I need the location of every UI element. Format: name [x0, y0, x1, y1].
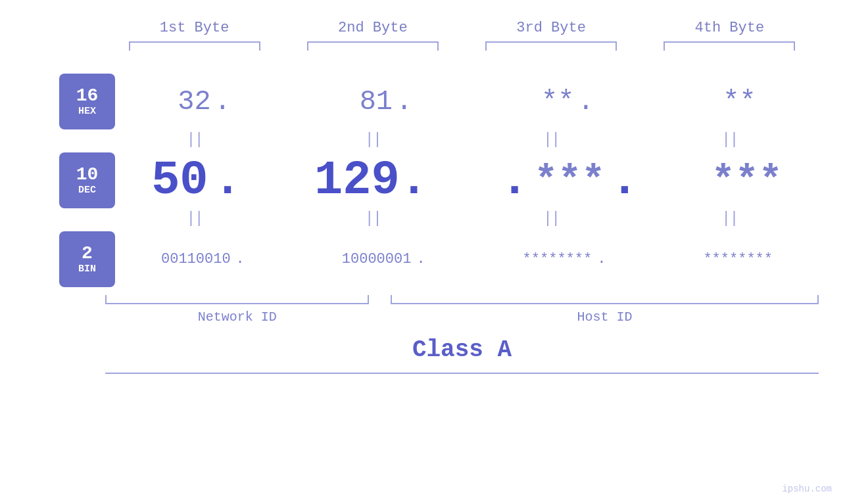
dec-b4: ***: [712, 158, 783, 203]
eq5: ||: [129, 210, 260, 227]
hex-dot3: .: [577, 86, 594, 118]
dec-b1: 50: [151, 154, 208, 208]
hex-b1: 32: [178, 86, 210, 118]
hex-badge-num: 16: [76, 86, 99, 106]
class-label: Class A: [412, 336, 512, 363]
network-bracket: [105, 295, 369, 304]
dec-dot3: .: [610, 154, 639, 208]
equals-row-2: || || || ||: [0, 208, 845, 228]
eq7: ||: [485, 210, 617, 227]
hex-dot2: .: [396, 86, 412, 118]
bin-badge-lbl: BIN: [78, 263, 96, 275]
hex-b2: 81: [360, 86, 393, 118]
bin-badge: 2 BIN: [59, 231, 115, 287]
bracket-byte1: [129, 41, 260, 51]
byte3-label: 3rd Byte: [485, 20, 617, 36]
bin-dot3: .: [597, 251, 606, 267]
hex-b4: **: [723, 86, 756, 118]
equals-row-1: || || || ||: [0, 129, 845, 149]
bin-col3: ******** .: [523, 251, 612, 267]
bin-row: 2 BIN 00110010 . 10000001 . ******** . *…: [0, 231, 845, 287]
dec-badge-lbl: DEC: [78, 185, 96, 196]
hex-badge-lbl: HEX: [78, 106, 96, 117]
dec-b3: ***: [534, 158, 605, 203]
dec-b2: 129.: [314, 154, 428, 208]
eq4: ||: [664, 131, 795, 149]
watermark: ipshu.com: [782, 484, 832, 494]
dec-badge-num: 10: [76, 165, 99, 185]
bin-b2: 10000001: [342, 251, 412, 267]
bottom-section: Network ID Host ID: [0, 295, 845, 325]
byte1-label: 1st Byte: [129, 20, 260, 36]
hex-row: 16 HEX 32 . 81 . ** . **: [0, 74, 845, 129]
dec-dot1: .: [214, 154, 242, 208]
bracket-byte2: [307, 41, 439, 51]
bin-b3: ********: [523, 251, 592, 267]
eq8: ||: [664, 210, 795, 227]
dec-col4: ***: [712, 158, 783, 203]
bin-values: 00110010 . 10000001 . ******** . *******…: [115, 251, 845, 267]
bin-b4: ********: [703, 251, 773, 267]
byte2-label: 2nd Byte: [307, 20, 439, 36]
hex-col2: 81 .: [360, 86, 416, 118]
hex-dot1: .: [214, 86, 231, 118]
hex-col3: ** .: [541, 86, 598, 118]
dec-row: 10 DEC 50 . 129. . *** . ***: [0, 152, 845, 208]
dec-badge: 10 DEC: [59, 152, 115, 208]
host-id-label: Host ID: [391, 309, 819, 325]
hex-values: 32 . 81 . ** . **: [115, 86, 845, 118]
bin-b1: 00110010: [161, 251, 231, 267]
dec-col2: 129.: [314, 154, 428, 208]
dec-col3: . *** .: [500, 154, 639, 208]
dec-values: 50 . 129. . *** . ***: [115, 154, 845, 208]
network-id-label: Network ID: [105, 309, 369, 325]
class-bar: Class A: [105, 336, 819, 374]
byte-headers: 1st Byte 2nd Byte 3rd Byte 4th Byte: [0, 20, 845, 36]
hex-col4: **: [723, 86, 756, 118]
dec-col1: 50 .: [151, 154, 242, 208]
class-section: Class A: [0, 336, 845, 374]
byte4-label: 4th Byte: [664, 20, 795, 36]
eq6: ||: [307, 210, 439, 227]
bin-badge-num: 2: [82, 244, 93, 264]
eq1: ||: [129, 131, 260, 149]
id-labels: Network ID Host ID: [105, 309, 819, 325]
hex-b3: **: [541, 86, 574, 118]
hex-col1: 32 .: [178, 86, 234, 118]
bracket-byte3: [485, 41, 617, 51]
bottom-brackets: [105, 295, 819, 304]
hex-badge: 16 HEX: [59, 74, 115, 129]
host-bracket: [391, 295, 819, 304]
main-container: 1st Byte 2nd Byte 3rd Byte 4th Byte 16 H…: [0, 0, 845, 504]
bin-col2: 10000001 .: [342, 251, 431, 267]
bracket-byte4: [664, 41, 795, 51]
bin-col4: ********: [703, 251, 773, 267]
bin-dot2: .: [416, 251, 425, 267]
eq2: ||: [307, 131, 439, 149]
bin-col1: 00110010 .: [161, 251, 250, 267]
bin-dot1: .: [236, 251, 245, 267]
dec-dot2: .: [500, 154, 529, 208]
top-brackets: [0, 41, 845, 51]
eq3: ||: [485, 131, 617, 149]
